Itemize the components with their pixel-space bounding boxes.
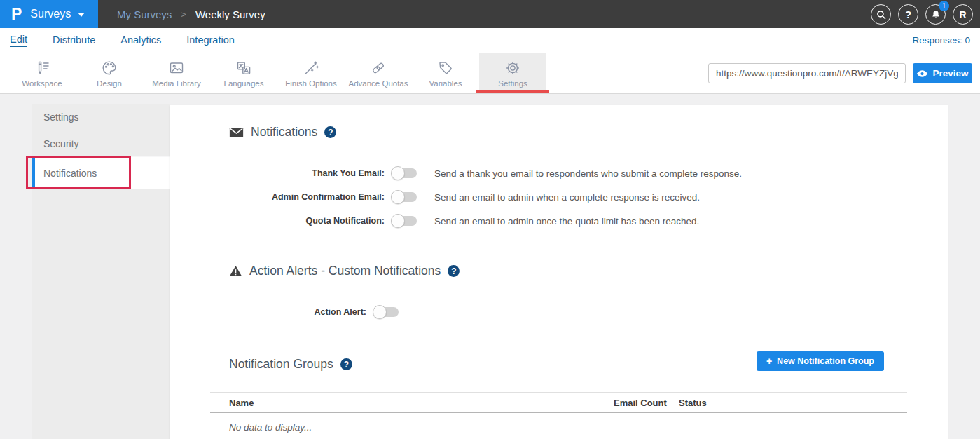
notification-groups-help-icon[interactable]: ? (340, 358, 352, 370)
admin-confirmation-email-description: Send an email to admin when a complete r… (434, 192, 700, 203)
notifications-button[interactable]: 1 (925, 4, 946, 25)
responses-count[interactable]: Responses: 0 (912, 35, 970, 46)
toolbar-item-languages[interactable]: Languages (210, 53, 277, 93)
action-alert-toggle[interactable] (375, 307, 399, 317)
topbar-actions: ? 1 R (871, 4, 973, 25)
toolbar-item-workspace[interactable]: Workspace (8, 53, 76, 93)
section-title-action-alerts: Action Alerts - Custom Notifications (249, 264, 441, 278)
warning-triangle-icon (229, 265, 242, 277)
nav-tab-distribute[interactable]: Distribute (53, 34, 95, 47)
nav-tab-analytics[interactable]: Analytics (120, 34, 161, 47)
avatar-initial: R (959, 9, 966, 20)
action-alerts-help-icon[interactable]: ? (448, 265, 460, 277)
survey-url-input[interactable] (708, 63, 906, 83)
thank-you-email-label: Thank You Email: (229, 168, 385, 178)
eye-icon (916, 69, 928, 78)
admin-confirmation-email-label: Admin Confirmation Email: (229, 192, 385, 202)
product-name: Surveys (30, 8, 71, 20)
breadcrumb-my-surveys[interactable]: My Surveys (117, 8, 172, 20)
notification-groups-header: Notification Groups ? + New Notification… (210, 357, 907, 372)
sidebar-item-settings[interactable]: Settings (32, 104, 170, 130)
breadcrumb: My Surveys > Weekly Survey (117, 0, 265, 28)
sidebar-item-notifications[interactable]: Notifications (32, 157, 170, 189)
new-notification-group-button[interactable]: + New Notification Group (757, 351, 884, 371)
search-button[interactable] (871, 4, 891, 25)
sidebar-filler (32, 189, 170, 439)
quota-notification-row: Quota Notification: Send an email to adm… (210, 209, 907, 233)
quota-notification-label: Quota Notification: (229, 216, 385, 226)
workspace-icon (33, 59, 51, 77)
section-title-notifications: Notifications (251, 125, 317, 140)
action-alerts-section-header: Action Alerts - Custom Notifications ? (210, 264, 907, 278)
toolbar-item-advance-quotas[interactable]: Advance Quotas (345, 53, 412, 93)
bell-icon (930, 9, 941, 20)
quota-notification-toggle[interactable] (393, 216, 417, 226)
column-header-email-count: Email Count (614, 398, 679, 408)
breadcrumb-separator: > (181, 9, 186, 20)
admin-confirmation-email-row: Admin Confirmation Email: Send an email … (210, 185, 907, 209)
toolbar-item-media-library[interactable]: Media Library (143, 53, 210, 93)
quota-notification-description: Send an email to admin once the quota li… (434, 216, 699, 227)
notification-toggles: Thank You Email: Send a thank you email … (210, 161, 907, 233)
settings-sidebar: Settings Security Notifications (32, 104, 170, 439)
sidebar-item-security[interactable]: Security (32, 130, 170, 157)
media-library-icon (167, 59, 186, 77)
preview-button[interactable]: Preview (913, 63, 972, 83)
edit-toolbar: Workspace Design Media Library Languages… (0, 53, 980, 94)
notifications-help-icon[interactable]: ? (324, 126, 336, 138)
plus-icon: + (766, 356, 772, 367)
main-nav: Edit Distribute Analytics Integration Re… (0, 28, 980, 53)
divider (210, 149, 907, 149)
help-button[interactable]: ? (898, 4, 918, 25)
design-icon (100, 59, 118, 77)
thank-you-email-description: Send a thank you email to respondents wh… (434, 168, 742, 179)
breadcrumb-current-survey: Weekly Survey (195, 8, 265, 20)
product-switcher[interactable]: P Surveys (0, 0, 98, 28)
questionpro-settings-page: P Surveys My Surveys > Weekly Survey ? 1… (0, 0, 980, 439)
action-alert-label: Action Alert: (229, 307, 366, 317)
notifications-section-header: Notifications ? (210, 125, 907, 140)
settings-icon (504, 59, 522, 77)
envelope-icon (229, 127, 244, 138)
admin-confirmation-email-toggle[interactable] (393, 192, 417, 202)
toolbar-item-finish-options[interactable]: Finish Options (277, 53, 345, 93)
finish-options-icon (302, 59, 320, 77)
toolbar-item-settings[interactable]: Settings (479, 53, 546, 93)
divider (210, 288, 907, 288)
section-title-notification-groups: Notification Groups (229, 357, 333, 372)
toolbar-right: Preview (708, 63, 972, 83)
empty-table-message: No data to display... (210, 422, 907, 433)
settings-highlight-underline (476, 90, 549, 93)
advance-quotas-icon (369, 59, 387, 77)
question-mark-icon: ? (905, 8, 911, 20)
caret-down-icon (78, 13, 85, 17)
notification-count-badge: 1 (939, 1, 949, 11)
groups-table-header: Name Email Count Status (210, 392, 907, 413)
thank-you-email-row: Thank You Email: Send a thank you email … (210, 161, 907, 185)
column-header-name: Name (229, 398, 614, 408)
action-alert-toggles: Action Alert: (210, 300, 907, 324)
search-icon (876, 9, 887, 20)
account-avatar[interactable]: R (953, 4, 973, 25)
notifications-panel: Notifications ? Thank You Email: Send a … (170, 105, 948, 439)
column-header-status: Status (679, 398, 907, 408)
topbar: P Surveys My Surveys > Weekly Survey ? 1… (0, 0, 980, 28)
content-area: Settings Security Notifications Notifica… (0, 95, 980, 439)
questionpro-logo-icon: P (11, 4, 22, 24)
toolbar-item-design[interactable]: Design (76, 53, 143, 93)
toolbar-item-variables[interactable]: Variables (412, 53, 479, 93)
variables-icon (436, 59, 455, 77)
nav-tab-integration[interactable]: Integration (186, 34, 235, 47)
languages-icon (235, 59, 253, 77)
nav-tab-edit[interactable]: Edit (10, 34, 27, 47)
thank-you-email-toggle[interactable] (393, 168, 417, 178)
action-alert-row: Action Alert: (210, 300, 907, 324)
